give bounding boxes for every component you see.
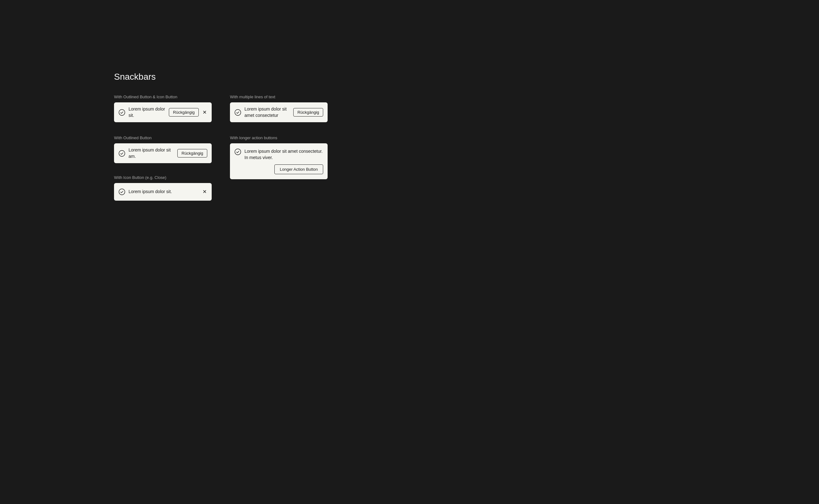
svg-point-1 xyxy=(235,109,241,115)
snackbar-text-outlined-icon: Lorem ipsum dolor sit. xyxy=(129,106,166,118)
page-title: Snackbars xyxy=(114,72,156,82)
section-multi: With multiple lines of text Lorem ipsum … xyxy=(230,95,328,122)
check-icon-multi xyxy=(234,109,241,116)
undo-button-outlined[interactable]: Rückgängig xyxy=(177,149,207,157)
section-label-icon: With Icon Button (e.g. Close) xyxy=(114,175,212,180)
snackbar-multi: Lorem ipsum dolor sit amet consectetur R… xyxy=(230,102,328,122)
section-label-outlined: With Outlined Button xyxy=(114,135,212,140)
snackbar-text-icon: Lorem ipsum dolor sit. xyxy=(129,189,199,195)
longer-action-button[interactable]: Longer Action Button xyxy=(274,164,323,174)
section-outlined: With Outlined Button Lorem ipsum dolor s… xyxy=(114,135,212,163)
svg-point-3 xyxy=(235,149,241,155)
snackbar-longer: Lorem ipsum dolor sit amet consectetur. … xyxy=(230,143,328,179)
check-icon-icon-btn xyxy=(118,188,125,195)
section-label-multi: With multiple lines of text xyxy=(230,95,328,99)
svg-point-4 xyxy=(119,189,125,195)
snackbar-outlined: Lorem ipsum dolor sit am. Rückgängig xyxy=(114,143,212,163)
undo-button-outlined-icon[interactable]: Rückgängig xyxy=(169,108,199,117)
snackbar-text-multi: Lorem ipsum dolor sit amet consectetur xyxy=(244,106,290,118)
snackbar-text-outlined: Lorem ipsum dolor sit am. xyxy=(129,147,174,159)
svg-point-2 xyxy=(119,150,125,156)
section-longer-action: With longer action buttons Lorem ipsum d… xyxy=(230,135,328,179)
close-button-icon[interactable]: ✕ xyxy=(202,189,207,195)
snackbar-outlined-icon: Lorem ipsum dolor sit. Rückgängig ✕ xyxy=(114,102,212,122)
section-outlined-icon: With Outlined Button & Icon Button Lorem… xyxy=(114,95,212,122)
undo-button-multi[interactable]: Rückgängig xyxy=(293,108,323,117)
svg-point-0 xyxy=(119,109,125,115)
section-label-outlined-icon: With Outlined Button & Icon Button xyxy=(114,95,212,99)
snackbar-icon: Lorem ipsum dolor sit. ✕ xyxy=(114,183,212,201)
section-label-longer: With longer action buttons xyxy=(230,135,328,140)
close-button-outlined-icon[interactable]: ✕ xyxy=(202,109,207,116)
check-icon-outlined xyxy=(118,150,125,157)
snackbar-text-longer: Lorem ipsum dolor sit amet consectetur. … xyxy=(244,148,323,161)
check-icon xyxy=(118,109,125,116)
check-icon-longer xyxy=(234,148,241,155)
section-icon: With Icon Button (e.g. Close) Lorem ipsu… xyxy=(114,175,212,201)
